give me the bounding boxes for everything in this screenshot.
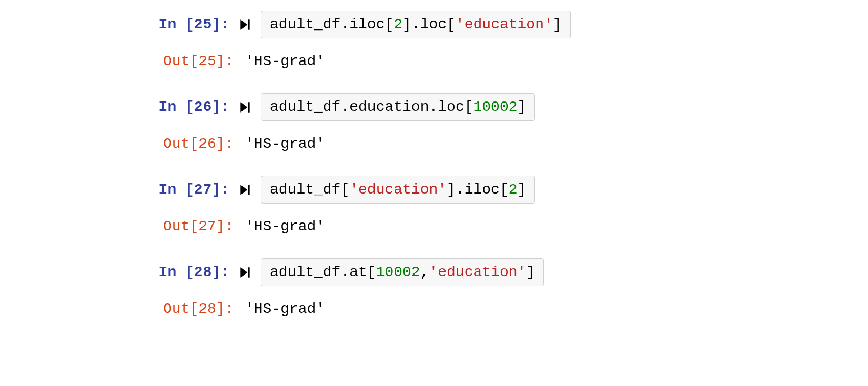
run-cell-icon[interactable] (237, 181, 254, 198)
run-cell-icon[interactable] (237, 264, 254, 281)
code-input[interactable]: adult_df.iloc[2].loc['education'] (261, 11, 571, 38)
code-token: 2 (393, 16, 402, 33)
run-cell-icon[interactable] (237, 16, 254, 33)
input-row: In [28]:adult_df.at[10002,'education'] (142, 258, 868, 286)
input-row: In [25]:adult_df.iloc[2].loc['education'… (142, 11, 868, 38)
run-cell-icon[interactable] (237, 99, 254, 116)
code-token: loc (438, 99, 464, 115)
input-row: In [26]:adult_df.education.loc[10002] (142, 93, 868, 121)
output-text: 'HS-grad' (237, 296, 333, 322)
code-token: 2 (509, 181, 518, 198)
output-row: Out[28]:'HS-grad' (142, 296, 868, 322)
code-token: . (340, 99, 349, 115)
input-prompt: In [26]: (142, 99, 237, 115)
code-token: ] (518, 181, 527, 198)
code-token: . (429, 99, 438, 115)
svg-rect-2 (248, 185, 249, 195)
output-text: 'HS-grad' (237, 130, 333, 157)
notebook-cell: In [25]:adult_df.iloc[2].loc['education'… (142, 11, 868, 75)
output-prompt: Out[26]: (163, 136, 237, 152)
svg-rect-1 (248, 102, 249, 113)
code-token: iloc (349, 16, 385, 33)
code-token: 'education' (429, 264, 526, 280)
output-row: Out[25]:'HS-grad' (142, 48, 868, 75)
code-token: adult_df (270, 181, 340, 198)
output-text: 'HS-grad' (237, 213, 333, 240)
code-token: [ (465, 99, 473, 115)
output-text: 'HS-grad' (237, 48, 333, 75)
code-token: [ (340, 181, 349, 198)
code-token: loc (420, 16, 447, 33)
output-row: Out[27]:'HS-grad' (142, 213, 868, 240)
input-row: In [27]:adult_df['education'].iloc[2] (142, 176, 868, 204)
code-token: at (349, 264, 367, 280)
output-prompt: Out[25]: (163, 53, 237, 69)
code-token: 10002 (473, 99, 518, 115)
code-token: 'education' (349, 181, 447, 198)
notebook-cell: In [26]:adult_df.education.loc[10002]Out… (142, 93, 868, 157)
notebook-container: In [25]:adult_df.iloc[2].loc['education'… (142, 11, 868, 322)
output-prompt: Out[27]: (163, 218, 237, 235)
code-input[interactable]: adult_df.at[10002,'education'] (261, 258, 544, 286)
input-prompt: In [28]: (142, 264, 237, 280)
svg-rect-3 (248, 267, 249, 278)
notebook-cell: In [28]:adult_df.at[10002,'education']Ou… (142, 258, 868, 322)
code-token: [ (500, 181, 509, 198)
code-token: ] (553, 16, 562, 33)
code-token: ] (526, 264, 535, 280)
code-token: . (340, 264, 349, 280)
code-token: adult_df (270, 264, 340, 280)
code-token: 10002 (376, 264, 420, 280)
code-token: , (420, 264, 429, 280)
input-prompt: In [25]: (142, 16, 237, 33)
code-token: education (349, 99, 429, 115)
svg-rect-0 (248, 19, 249, 30)
code-token: 'education' (456, 16, 553, 33)
code-token: . (340, 16, 349, 33)
code-input[interactable]: adult_df.education.loc[10002] (261, 93, 535, 121)
output-prompt: Out[28]: (163, 301, 237, 317)
code-token: [ (385, 16, 393, 33)
output-row: Out[26]:'HS-grad' (142, 130, 868, 157)
code-token: ]. (447, 181, 465, 198)
notebook-cell: In [27]:adult_df['education'].iloc[2]Out… (142, 176, 868, 240)
code-token: ]. (402, 16, 420, 33)
code-token: iloc (465, 181, 500, 198)
code-token: [ (447, 16, 456, 33)
code-token: [ (367, 264, 376, 280)
code-input[interactable]: adult_df['education'].iloc[2] (261, 176, 535, 204)
input-prompt: In [27]: (142, 181, 237, 198)
code-token: adult_df (270, 99, 340, 115)
code-token: ] (518, 99, 527, 115)
code-token: adult_df (270, 16, 340, 33)
